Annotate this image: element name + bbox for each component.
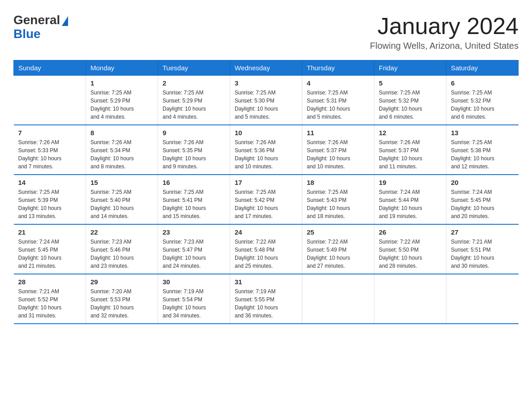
calendar-cell xyxy=(374,274,446,324)
day-info: Sunrise: 7:22 AMSunset: 5:48 PMDaylight:… xyxy=(235,238,297,270)
title-section: January 2024 Flowing Wells, Arizona, Uni… xyxy=(370,13,519,51)
day-info: Sunrise: 7:24 AMSunset: 5:45 PMDaylight:… xyxy=(18,238,82,270)
day-number: 13 xyxy=(451,129,514,137)
day-info: Sunrise: 7:26 AMSunset: 5:37 PMDaylight:… xyxy=(307,138,369,171)
day-number: 12 xyxy=(379,129,442,137)
day-number: 18 xyxy=(307,179,369,186)
calendar-cell: 16Sunrise: 7:25 AMSunset: 5:41 PMDayligh… xyxy=(158,175,230,224)
day-info: Sunrise: 7:25 AMSunset: 5:29 PMDaylight:… xyxy=(163,89,225,121)
day-info: Sunrise: 7:21 AMSunset: 5:51 PMDaylight:… xyxy=(451,238,514,270)
day-of-week-header: Saturday xyxy=(446,60,519,76)
calendar-cell: 22Sunrise: 7:23 AMSunset: 5:46 PMDayligh… xyxy=(86,224,158,274)
calendar-cell: 27Sunrise: 7:21 AMSunset: 5:51 PMDayligh… xyxy=(446,224,519,274)
day-of-week-header: Monday xyxy=(86,60,158,76)
day-info: Sunrise: 7:25 AMSunset: 5:29 PMDaylight:… xyxy=(90,89,153,121)
day-number: 21 xyxy=(18,228,82,236)
day-number: 23 xyxy=(163,228,225,236)
day-number: 25 xyxy=(307,228,369,236)
calendar-cell xyxy=(14,76,86,125)
day-of-week-header: Thursday xyxy=(302,60,374,76)
calendar-cell: 14Sunrise: 7:25 AMSunset: 5:39 PMDayligh… xyxy=(14,175,86,224)
calendar-header-row: SundayMondayTuesdayWednesdayThursdayFrid… xyxy=(14,60,519,76)
day-info: Sunrise: 7:21 AMSunset: 5:52 PMDaylight:… xyxy=(18,287,82,320)
calendar-week-row: 21Sunrise: 7:24 AMSunset: 5:45 PMDayligh… xyxy=(14,224,519,274)
day-number: 4 xyxy=(307,79,369,87)
day-of-week-header: Tuesday xyxy=(158,60,230,76)
day-number: 3 xyxy=(235,79,297,87)
calendar-cell: 2Sunrise: 7:25 AMSunset: 5:29 PMDaylight… xyxy=(158,76,230,125)
day-number: 31 xyxy=(235,278,297,286)
calendar-cell: 5Sunrise: 7:25 AMSunset: 5:32 PMDaylight… xyxy=(374,76,446,125)
day-info: Sunrise: 7:22 AMSunset: 5:49 PMDaylight:… xyxy=(307,238,369,270)
day-number: 14 xyxy=(18,179,82,186)
day-info: Sunrise: 7:25 AMSunset: 5:40 PMDaylight:… xyxy=(90,188,153,220)
day-info: Sunrise: 7:25 AMSunset: 5:32 PMDaylight:… xyxy=(379,89,442,121)
calendar-cell xyxy=(446,274,519,324)
day-info: Sunrise: 7:25 AMSunset: 5:31 PMDaylight:… xyxy=(307,89,369,121)
day-of-week-header: Wednesday xyxy=(230,60,302,76)
day-number: 27 xyxy=(451,228,514,236)
day-number: 7 xyxy=(18,129,82,137)
day-info: Sunrise: 7:26 AMSunset: 5:37 PMDaylight:… xyxy=(379,138,442,171)
calendar-cell: 6Sunrise: 7:25 AMSunset: 5:32 PMDaylight… xyxy=(446,76,519,125)
day-info: Sunrise: 7:25 AMSunset: 5:30 PMDaylight:… xyxy=(235,89,297,121)
day-of-week-header: Sunday xyxy=(14,60,86,76)
day-info: Sunrise: 7:25 AMSunset: 5:38 PMDaylight:… xyxy=(451,138,514,171)
calendar-cell: 9Sunrise: 7:26 AMSunset: 5:35 PMDaylight… xyxy=(158,125,230,175)
day-number: 17 xyxy=(235,179,297,186)
day-info: Sunrise: 7:25 AMSunset: 5:39 PMDaylight:… xyxy=(18,188,82,220)
day-info: Sunrise: 7:23 AMSunset: 5:47 PMDaylight:… xyxy=(163,238,225,270)
day-number: 29 xyxy=(90,278,153,286)
day-info: Sunrise: 7:20 AMSunset: 5:53 PMDaylight:… xyxy=(90,287,153,320)
day-number: 16 xyxy=(163,179,225,186)
calendar-cell: 11Sunrise: 7:26 AMSunset: 5:37 PMDayligh… xyxy=(302,125,374,175)
calendar-table: SundayMondayTuesdayWednesdayThursdayFrid… xyxy=(13,60,519,324)
day-info: Sunrise: 7:25 AMSunset: 5:42 PMDaylight:… xyxy=(235,188,297,220)
page-header: General Blue January 2024 Flowing Wells,… xyxy=(13,13,519,51)
calendar-cell: 29Sunrise: 7:20 AMSunset: 5:53 PMDayligh… xyxy=(86,274,158,324)
day-number: 10 xyxy=(235,129,297,137)
calendar-cell: 30Sunrise: 7:19 AMSunset: 5:54 PMDayligh… xyxy=(158,274,230,324)
day-number: 26 xyxy=(379,228,442,236)
calendar-cell: 8Sunrise: 7:26 AMSunset: 5:34 PMDaylight… xyxy=(86,125,158,175)
day-info: Sunrise: 7:23 AMSunset: 5:46 PMDaylight:… xyxy=(90,238,153,270)
day-number: 22 xyxy=(90,228,153,236)
calendar-cell: 23Sunrise: 7:23 AMSunset: 5:47 PMDayligh… xyxy=(158,224,230,274)
calendar-cell: 24Sunrise: 7:22 AMSunset: 5:48 PMDayligh… xyxy=(230,224,302,274)
calendar-cell: 21Sunrise: 7:24 AMSunset: 5:45 PMDayligh… xyxy=(14,224,86,274)
calendar-week-row: 7Sunrise: 7:26 AMSunset: 5:33 PMDaylight… xyxy=(14,125,519,175)
location-title: Flowing Wells, Arizona, United States xyxy=(370,41,519,51)
calendar-cell xyxy=(302,274,374,324)
calendar-cell: 19Sunrise: 7:24 AMSunset: 5:44 PMDayligh… xyxy=(374,175,446,224)
calendar-cell: 26Sunrise: 7:22 AMSunset: 5:50 PMDayligh… xyxy=(374,224,446,274)
day-number: 24 xyxy=(235,228,297,236)
day-number: 15 xyxy=(90,179,153,186)
calendar-week-row: 14Sunrise: 7:25 AMSunset: 5:39 PMDayligh… xyxy=(14,175,519,224)
day-info: Sunrise: 7:26 AMSunset: 5:34 PMDaylight:… xyxy=(90,138,153,171)
day-number: 1 xyxy=(90,79,153,87)
day-info: Sunrise: 7:26 AMSunset: 5:35 PMDaylight:… xyxy=(163,138,225,171)
day-number: 2 xyxy=(163,79,225,87)
day-info: Sunrise: 7:25 AMSunset: 5:43 PMDaylight:… xyxy=(307,188,369,220)
calendar-cell: 17Sunrise: 7:25 AMSunset: 5:42 PMDayligh… xyxy=(230,175,302,224)
day-number: 20 xyxy=(451,179,514,186)
day-info: Sunrise: 7:25 AMSunset: 5:32 PMDaylight:… xyxy=(451,89,514,121)
logo: General Blue xyxy=(13,13,68,41)
day-number: 9 xyxy=(163,129,225,137)
day-info: Sunrise: 7:19 AMSunset: 5:55 PMDaylight:… xyxy=(235,287,297,320)
day-number: 5 xyxy=(379,79,442,87)
day-number: 6 xyxy=(451,79,514,87)
calendar-cell: 3Sunrise: 7:25 AMSunset: 5:30 PMDaylight… xyxy=(230,76,302,125)
calendar-cell: 20Sunrise: 7:24 AMSunset: 5:45 PMDayligh… xyxy=(446,175,519,224)
day-of-week-header: Friday xyxy=(374,60,446,76)
day-number: 19 xyxy=(379,179,442,186)
calendar-cell: 7Sunrise: 7:26 AMSunset: 5:33 PMDaylight… xyxy=(14,125,86,175)
calendar-cell: 31Sunrise: 7:19 AMSunset: 5:55 PMDayligh… xyxy=(230,274,302,324)
day-info: Sunrise: 7:25 AMSunset: 5:41 PMDaylight:… xyxy=(163,188,225,220)
calendar-cell: 10Sunrise: 7:26 AMSunset: 5:36 PMDayligh… xyxy=(230,125,302,175)
calendar-cell: 25Sunrise: 7:22 AMSunset: 5:49 PMDayligh… xyxy=(302,224,374,274)
day-number: 8 xyxy=(90,129,153,137)
day-info: Sunrise: 7:22 AMSunset: 5:50 PMDaylight:… xyxy=(379,238,442,270)
day-info: Sunrise: 7:26 AMSunset: 5:33 PMDaylight:… xyxy=(18,138,82,171)
logo-general-text: General xyxy=(13,13,60,27)
